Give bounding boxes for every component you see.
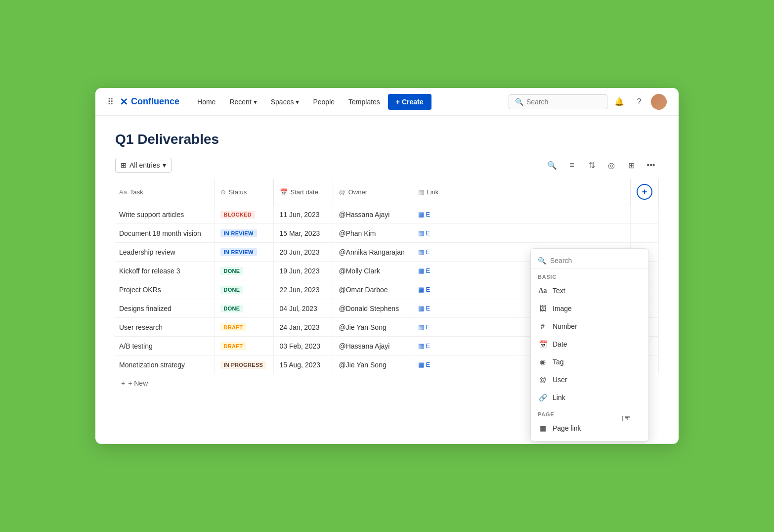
link-icon: 🔗 [538,393,548,402]
link-text: E [426,323,430,331]
confluence-logo[interactable]: ✕ Confluence [120,96,179,108]
dropdown-search-input[interactable] [550,257,642,265]
hide-fields-button[interactable]: ◎ [603,157,619,173]
owner-cell[interactable]: @Donald Stephens [333,299,412,318]
dropdown-item-number[interactable]: # Number [531,317,648,335]
col-header-owner: @ Owner [333,179,412,205]
filter-button[interactable]: ≡ [564,157,580,173]
nav-spaces[interactable]: Spaces ▾ [265,95,305,109]
task-cell[interactable]: A/B testing [115,337,214,355]
dropdown-item-text[interactable]: Aa Text [531,282,648,300]
link-text: E [426,361,430,368]
more-options-button[interactable]: ••• [643,157,659,173]
add-column-button[interactable]: + [637,184,652,200]
page-title: Q1 Deliverables [115,132,659,147]
number-icon: # [538,321,548,331]
status-cell: IN REVIEW [214,243,273,262]
col-header-link: ▦ Link [412,179,631,205]
status-cell: DONE [214,280,273,299]
search-icon: 🔍 [515,98,523,106]
dropdown-section-basic: BASIC [531,269,648,282]
search-input[interactable] [526,98,601,106]
status-badge: DONE [220,286,244,294]
owner-cell[interactable]: @Annika Rangarajan [333,243,412,262]
nav-templates[interactable]: Templates [343,95,386,109]
date-icon: 📅 [538,339,548,349]
notification-bell-button[interactable]: 🔔 [611,94,627,110]
col-header-status: ⊙ Status [214,179,273,205]
dropdown-section-page: PAGE [531,406,648,419]
search-toolbar-button[interactable]: 🔍 [544,157,560,173]
text-icon: Aa [538,286,548,296]
task-cell[interactable]: Kickoff for release 3 [115,262,214,280]
new-row-label: + New [128,379,148,387]
nav-links: Home Recent ▾ Spaces ▾ People Templates … [191,94,505,110]
dropdown-item-tag[interactable]: ◉ Tag [531,353,648,371]
page-link-icon: ▦ [418,286,424,293]
user-avatar[interactable] [651,94,667,110]
task-cell[interactable]: Project OKRs [115,280,214,299]
link-text: E [426,248,430,256]
col-header-add: + [631,179,659,205]
chevron-down-icon: ▾ [254,98,257,106]
chevron-down-icon: ▾ [296,98,299,106]
task-cell[interactable]: Document 18 month vision [115,224,214,243]
dropdown-item-image[interactable]: 🖼 Image [531,300,648,317]
image-icon: 🖼 [538,304,548,313]
date-cell: 04 Jul, 2023 [273,299,333,318]
link-col-icon: ▦ [418,188,424,196]
status-badge: DONE [220,267,244,275]
owner-cell[interactable]: @Jie Yan Song [333,318,412,337]
help-button[interactable]: ? [631,94,647,110]
link-cell[interactable]: ▦ E [412,205,631,224]
page-link-icon: ▦ [418,248,424,256]
owner-cell[interactable]: @Hassana Ajayi [333,337,412,355]
main-window: ⠿ ✕ Confluence Home Recent ▾ Spaces ▾ Pe… [95,88,679,444]
task-cell[interactable]: Monetization strategy [115,355,214,374]
page-link-icon: ▦ [418,361,424,368]
status-cell: DONE [214,299,273,318]
owner-cell[interactable]: @Phan Kim [333,224,412,243]
owner-cell[interactable]: @Hassana Ajayi [333,205,412,224]
nav-home[interactable]: Home [191,95,221,109]
search-box[interactable]: 🔍 [509,94,607,109]
task-cell[interactable]: Write support articles [115,205,214,224]
table-toolbar: ⊞ All entries ▾ 🔍 ≡ ⇅ ◎ ⊞ ••• [115,157,659,173]
date-cell: 03 Feb, 2023 [273,337,333,355]
link-text: E [426,229,430,237]
link-cell[interactable]: ▦ E [412,224,631,243]
status-cell: DRAFT [214,318,273,337]
owner-cell[interactable]: @Omar Darboe [333,280,412,299]
task-cell[interactable]: User research [115,318,214,337]
dropdown-item-date[interactable]: 📅 Date [531,335,648,353]
navbar: ⠿ ✕ Confluence Home Recent ▾ Spaces ▾ Pe… [95,88,679,116]
status-cell: BLOCKED [214,205,273,224]
dropdown-item-user[interactable]: @ User [531,371,648,389]
dropdown-item-pagelink[interactable]: ▦ Page link [531,419,648,437]
view-toggle-button[interactable]: ⊞ [623,157,639,173]
grid-icon[interactable]: ⠿ [107,96,114,107]
logo-text: Confluence [131,96,179,107]
all-entries-label: All entries [129,161,160,169]
owner-cell[interactable]: @Molly Clark [333,262,412,280]
col-header-date: 📅 Start date [273,179,333,205]
date-cell: 22 Jun, 2023 [273,280,333,299]
page-link-icon: ▦ [418,267,424,274]
date-cell: 15 Aug, 2023 [273,355,333,374]
grid-view-icon: ⊞ [121,161,127,169]
date-cell: 20 Jun, 2023 [273,243,333,262]
logo-x-icon: ✕ [120,96,128,108]
date-col-icon: 📅 [280,188,288,196]
link-text: E [426,342,430,350]
dropdown-item-link[interactable]: 🔗 Link [531,389,648,406]
owner-cell[interactable]: @Jie Yan Song [333,355,412,374]
nav-recent[interactable]: Recent ▾ [223,95,262,109]
all-entries-button[interactable]: ⊞ All entries ▾ [115,158,172,173]
dropdown-search-box[interactable]: 🔍 [531,253,648,269]
sort-button[interactable]: ⇅ [584,157,600,173]
task-cell[interactable]: Designs finalized [115,299,214,318]
task-cell[interactable]: Leadership review [115,243,214,262]
extra-cell [631,205,659,224]
nav-people[interactable]: People [307,95,341,109]
create-button[interactable]: + Create [388,94,431,110]
